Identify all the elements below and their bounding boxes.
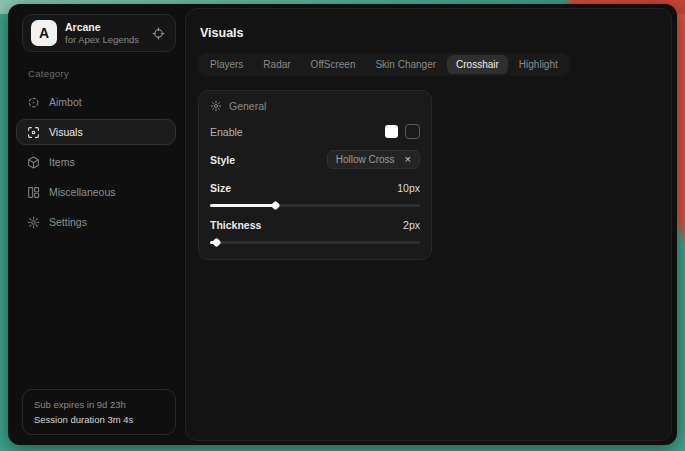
tab-highlight[interactable]: Highlight: [510, 55, 567, 74]
sidebar-item-miscellaneous[interactable]: Miscellaneous: [16, 179, 176, 205]
size-value: 10px: [397, 182, 420, 194]
general-panel-header: General: [210, 100, 420, 112]
size-row: Size 10px: [210, 182, 420, 194]
slider-thumb[interactable]: [212, 238, 222, 248]
slider-track: [210, 241, 420, 244]
tab-radar[interactable]: Radar: [254, 55, 299, 74]
tab-crosshair[interactable]: Crosshair: [447, 55, 508, 74]
slider-fill: [210, 204, 275, 207]
layout-grid-icon: [27, 186, 40, 199]
page-title: Visuals: [200, 26, 659, 40]
slider-thumb[interactable]: [271, 201, 281, 211]
brand-card: A Arcane for Apex Legends: [22, 14, 176, 52]
category-label: Category: [28, 68, 178, 79]
enable-checkbox[interactable]: [405, 124, 420, 139]
general-panel: General Enable Style Hollow Cross × Size…: [198, 90, 432, 260]
sidebar-item-aimbot[interactable]: Aimbot: [16, 89, 176, 115]
sidebar-item-items[interactable]: Items: [16, 149, 176, 175]
app-window: A Arcane for Apex Legends Category: [8, 4, 677, 445]
thickness-slider[interactable]: [210, 239, 420, 246]
style-value: Hollow Cross: [336, 154, 395, 165]
size-label: Size: [210, 182, 231, 194]
sidebar-item-label: Items: [49, 156, 75, 168]
session-duration-text: Session duration 3m 4s: [34, 412, 164, 427]
general-panel-title: General: [229, 100, 266, 112]
brand-name: Arcane: [65, 21, 144, 34]
subscription-card: Sub expires in 9d 23h Session duration 3…: [22, 389, 176, 435]
cube-icon: [27, 156, 40, 169]
brand-subtitle: for Apex Legends: [65, 34, 144, 46]
close-icon[interactable]: ×: [405, 154, 411, 165]
brand-logo: A: [31, 20, 57, 46]
gear-icon: [27, 216, 40, 229]
sidebar-item-visuals[interactable]: Visuals: [16, 119, 176, 145]
sidebar: A Arcane for Apex Legends Category: [8, 4, 182, 445]
gear-icon: [210, 100, 222, 112]
sub-expiry-text: Sub expires in 9d 23h: [34, 397, 164, 412]
enable-row: Enable: [210, 124, 420, 139]
sidebar-item-label: Miscellaneous: [49, 186, 116, 198]
thickness-row: Thickness 2px: [210, 219, 420, 231]
style-select[interactable]: Hollow Cross ×: [327, 150, 420, 169]
sidebar-item-label: Visuals: [49, 126, 83, 138]
tab-players[interactable]: Players: [201, 55, 252, 74]
tab-skin-changer[interactable]: Skin Changer: [366, 55, 445, 74]
brand-text: Arcane for Apex Legends: [65, 21, 144, 46]
size-slider[interactable]: [210, 202, 420, 209]
crosshair-target-icon[interactable]: [152, 27, 165, 40]
sidebar-item-label: Aimbot: [49, 96, 82, 108]
sidebar-item-settings[interactable]: Settings: [16, 209, 176, 235]
tab-bar: Players Radar OffScreen Skin Changer Cro…: [198, 53, 570, 76]
aimbot-crosshair-icon: [27, 96, 40, 109]
thickness-value: 2px: [403, 219, 420, 231]
sidebar-nav: Aimbot Visuals: [14, 89, 178, 235]
thickness-label: Thickness: [210, 219, 261, 231]
style-row: Style Hollow Cross ×: [210, 150, 420, 169]
style-label: Style: [210, 154, 235, 166]
tab-offscreen[interactable]: OffScreen: [302, 55, 365, 74]
visuals-scan-icon: [27, 126, 40, 139]
sidebar-item-label: Settings: [49, 216, 87, 228]
main-panel: Visuals Players Radar OffScreen Skin Cha…: [185, 8, 672, 441]
enable-label: Enable: [210, 126, 243, 138]
color-swatch[interactable]: [385, 125, 398, 138]
